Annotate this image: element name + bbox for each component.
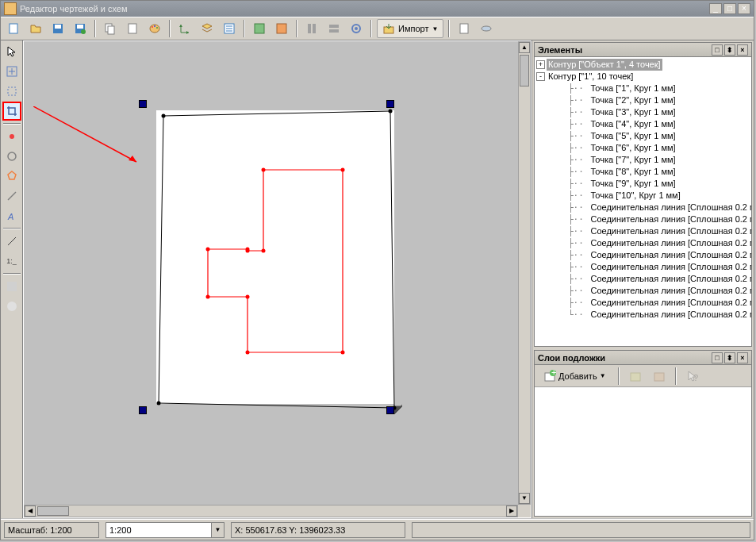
tree-point[interactable]: ├·· Точка ["6", Круг 1 мм]: [536, 142, 750, 154]
panel-dock-button[interactable]: □: [712, 352, 723, 363]
save-as-button[interactable]: [71, 19, 90, 38]
tree-point[interactable]: ├·· Точка ["2", Круг 1 мм]: [536, 94, 750, 106]
selection-handle-br[interactable]: [386, 406, 394, 414]
point-tool[interactable]: [2, 127, 21, 146]
properties-button[interactable]: [220, 19, 239, 38]
panel-pin-button[interactable]: ⬍: [724, 44, 735, 56]
window-title: Редактор чертежей и схем: [20, 4, 709, 13]
import-button[interactable]: Импорт ▼: [377, 19, 443, 38]
tb-btn-g[interactable]: [477, 19, 496, 38]
line-tool[interactable]: [2, 186, 21, 206]
rotate-tool[interactable]: [2, 82, 21, 101]
selection-handle-bl[interactable]: [139, 406, 147, 414]
layers-list[interactable]: [535, 387, 751, 516]
svg-text:A: A: [7, 212, 13, 221]
elements-tree[interactable]: +Контур ["Объект 1", 4 точек] -Контур ["…: [535, 57, 751, 322]
svg-text:?: ?: [693, 373, 698, 382]
palette-button[interactable]: [145, 19, 164, 38]
panel-close-button[interactable]: ×: [737, 352, 748, 363]
tree-line[interactable]: ├·· Соединительная линия [Сплошная 0.2 м…: [536, 225, 750, 237]
drawing-objects[interactable]: [144, 98, 430, 432]
tree-contour-1[interactable]: +Контур ["Объект 1", 4 точек]: [536, 59, 750, 71]
save-button[interactable]: [48, 19, 67, 38]
scale-combo[interactable]: 1:200 ▼: [106, 522, 224, 538]
tree-contour-2[interactable]: -Контур ["1", 10 точек]: [536, 71, 750, 83]
layer-btn-b[interactable]: [650, 367, 669, 386]
select-tool[interactable]: [2, 42, 21, 61]
grid-tool[interactable]: [2, 277, 21, 296]
svg-rect-37: [156, 110, 394, 404]
svg-point-12: [156, 27, 158, 29]
svg-point-52: [246, 249, 250, 253]
tree-point[interactable]: ├·· Точка ["7", Круг 1 мм]: [536, 154, 750, 166]
new-doc-button[interactable]: [4, 19, 23, 38]
panel-close-button[interactable]: ×: [737, 44, 748, 56]
tb-btn-e[interactable]: [347, 19, 366, 38]
close-button[interactable]: ×: [738, 3, 750, 14]
tree-line[interactable]: ├·· Соединительная линия [Сплошная 0.2 м…: [536, 297, 750, 309]
tree-line[interactable]: ├·· Соединительная линия [Сплошная 0.2 м…: [536, 213, 750, 225]
move-tool[interactable]: [2, 62, 21, 81]
svg-point-35: [7, 302, 17, 311]
polygon-tool[interactable]: [2, 167, 21, 186]
canvas-v-scrollbar[interactable]: ▲▼: [518, 41, 531, 505]
tools-toolbar: A 1:_: [1, 40, 23, 518]
panel-pin-button[interactable]: ⬍: [724, 352, 735, 363]
collapse-icon[interactable]: -: [536, 72, 545, 81]
tree-point[interactable]: ├·· Точка ["3", Круг 1 мм]: [536, 106, 750, 118]
tree-line[interactable]: ├·· Соединительная линия [Сплошная 0.2 м…: [536, 285, 750, 297]
svg-text:+: +: [551, 370, 556, 377]
tree-line[interactable]: ├·· Соединительная линия [Сплошная 0.2 м…: [536, 261, 750, 273]
scale-tool[interactable]: 1:_: [2, 252, 21, 271]
tree-line[interactable]: ├·· Соединительная линия [Сплошная 0.2 м…: [536, 249, 750, 261]
copy-button[interactable]: [101, 19, 120, 38]
svg-point-10: [152, 26, 153, 28]
tb-btn-a[interactable]: [250, 19, 269, 38]
tb-btn-c[interactable]: [302, 19, 321, 38]
svg-rect-21: [329, 25, 339, 28]
scale-label: Масштаб: 1:200: [4, 522, 99, 538]
tree-point[interactable]: ├·· Точка ["9", Круг 1 мм]: [536, 178, 750, 190]
layer-select-button[interactable]: ?: [683, 367, 702, 386]
scale-value: 1:200: [109, 525, 132, 535]
tb-btn-d[interactable]: [324, 19, 343, 38]
svg-point-47: [246, 351, 250, 355]
tb-btn-b[interactable]: [272, 19, 291, 38]
tree-point[interactable]: ├·· Точка ["5", Круг 1 мм]: [536, 130, 750, 142]
tree-point[interactable]: ├·· Точка ["10", Круг 1 мм]: [536, 190, 750, 202]
import-label: Импорт: [398, 24, 428, 33]
svg-line-31: [8, 192, 16, 200]
text-tool[interactable]: A: [2, 206, 21, 225]
status-empty: [412, 522, 750, 538]
minimize-button[interactable]: _: [709, 3, 722, 14]
tree-line[interactable]: ├·· Соединительная линия [Сплошная 0.2 м…: [536, 202, 750, 213]
maximize-button[interactable]: □: [723, 3, 736, 14]
add-layer-button[interactable]: + Добавить ▼: [538, 367, 612, 385]
crop-tool[interactable]: [2, 102, 21, 121]
tree-point[interactable]: ├·· Точка ["4", Круг 1 мм]: [536, 118, 750, 130]
circle-tool[interactable]: [2, 147, 21, 166]
expand-icon[interactable]: +: [536, 60, 545, 69]
paste-button[interactable]: [123, 19, 142, 38]
tree-point[interactable]: ├·· Точка ["8", Круг 1 мм]: [536, 166, 750, 178]
tree-point[interactable]: ├·· Точка ["1", Круг 1 мм]: [536, 83, 750, 94]
svg-rect-20: [313, 24, 316, 33]
panel-dock-button[interactable]: □: [712, 44, 723, 56]
canvas-h-scrollbar[interactable]: ◀▶: [24, 505, 518, 517]
svg-rect-2: [55, 25, 61, 29]
tree-line[interactable]: ├·· Соединительная линия [Сплошная 0.2 м…: [536, 273, 750, 285]
tree-line[interactable]: ├·· Соединительная линия [Сплошная 0.2 м…: [536, 237, 750, 249]
canvas-area[interactable]: ▲▼ ◀▶: [23, 40, 532, 518]
coords-button[interactable]: [175, 19, 194, 38]
svg-rect-57: [631, 373, 640, 381]
svg-rect-34: [7, 282, 17, 291]
tree-line[interactable]: └·· Соединительная линия [Сплошная 0.2 м…: [536, 309, 750, 321]
tb-btn-f[interactable]: [455, 19, 474, 38]
selection-handle-tl[interactable]: [139, 100, 147, 108]
open-button[interactable]: [26, 19, 45, 38]
disabled-tool: [2, 297, 21, 316]
layer-btn-a[interactable]: [626, 367, 645, 386]
pen-tool[interactable]: [2, 232, 21, 251]
layers-button[interactable]: [198, 19, 217, 38]
selection-handle-tr[interactable]: [386, 100, 394, 108]
